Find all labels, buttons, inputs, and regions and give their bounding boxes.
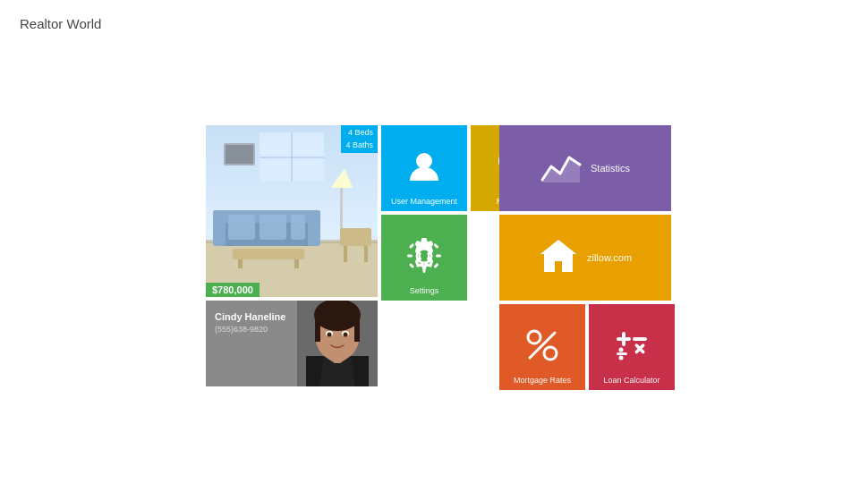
mortgage-label: Mortgage Rates [501,376,583,385]
svg-rect-42 [260,215,286,240]
statistics-icon [540,148,583,188]
loan-calculator-tile[interactable]: Loan Calculator [589,304,675,390]
svg-rect-88 [633,337,647,341]
user-management-tile[interactable]: User Management [381,125,467,211]
zillow-label: zillow.com [587,252,632,263]
svg-rect-81 [555,261,562,272]
svg-rect-59 [315,315,320,342]
svg-point-93 [619,356,624,361]
svg-rect-72 [423,267,426,273]
svg-point-66 [416,153,432,169]
house-icon [539,236,578,279]
svg-rect-52 [344,246,347,262]
svg-rect-40 [308,210,320,246]
property-beds-baths: 4 Beds 4 Baths [341,125,378,153]
svg-point-91 [619,348,624,352]
svg-rect-53 [364,246,368,262]
svg-rect-75 [409,243,414,249]
svg-line-85 [530,333,555,358]
svg-rect-46 [294,259,299,268]
person-phone: (555)638-9820 [215,325,285,334]
mortgage-tile[interactable]: Mortgage Rates [499,304,585,390]
settings-tile[interactable]: Settings [381,215,467,301]
person-tile[interactable]: Cindy Haneline (555)638-9820 [206,301,378,386]
person-photo [297,301,378,386]
svg-point-64 [344,333,348,337]
svg-rect-43 [291,215,305,240]
svg-rect-92 [617,352,627,355]
svg-rect-87 [622,332,625,346]
svg-point-70 [421,252,428,259]
user-management-label: User Management [383,197,465,206]
svg-point-84 [544,347,557,360]
svg-rect-51 [340,228,371,246]
svg-point-63 [328,333,332,337]
property-price: $780,000 [206,283,260,297]
svg-rect-77 [409,263,414,268]
loan-calculator-label: Loan Calculator [591,376,673,385]
svg-rect-45 [238,259,243,268]
svg-rect-60 [354,315,360,342]
gear-icon [405,237,443,278]
app-title: Realtor World [20,16,101,31]
svg-rect-71 [423,239,426,244]
user-icon [408,150,440,186]
percent-icon [523,326,562,369]
svg-point-83 [528,331,540,344]
person-info: Cindy Haneline (555)638-9820 [215,311,285,334]
svg-rect-34 [260,157,324,158]
statistics-label: Statistics [591,163,630,174]
svg-rect-39 [213,210,226,246]
svg-rect-74 [436,255,441,258]
svg-rect-41 [228,215,255,240]
svg-rect-50 [226,145,253,164]
svg-rect-73 [407,255,413,258]
svg-rect-76 [433,243,438,249]
statistics-tile[interactable]: Statistics [499,125,671,211]
zillow-tile[interactable]: zillow.com [499,215,671,301]
settings-label: Settings [383,286,465,295]
svg-rect-78 [433,263,438,268]
calculator-icon [614,327,650,367]
property-tile[interactable]: 4 Beds 4 Baths $780,000 [206,125,378,297]
person-name: Cindy Haneline [215,311,285,322]
svg-rect-44 [233,249,304,259]
